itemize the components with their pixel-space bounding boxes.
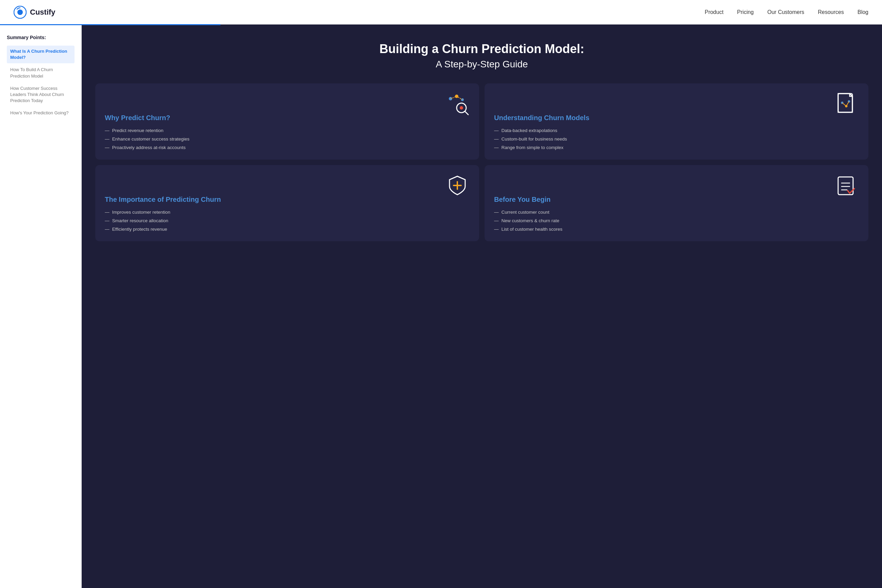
card-why-predict: Why Predict Churn? Predict revenue reten… [95, 83, 479, 160]
search-dots-icon [444, 90, 471, 117]
nav-resources[interactable]: Resources [818, 9, 843, 15]
svg-point-1 [17, 9, 23, 15]
main-content: Building a Churn Prediction Model: A Ste… [82, 24, 882, 588]
shield-icon [444, 172, 471, 199]
nav-blog[interactable]: Blog [858, 9, 868, 15]
list-item: Range from simple to complex [494, 145, 859, 150]
card-why-predict-title: Why Predict Churn? [105, 114, 470, 122]
logo-text: Custify [30, 8, 56, 16]
main-nav: Product Pricing Our Customers Resources … [705, 9, 868, 15]
list-item: Custom-built for business needs [494, 136, 859, 141]
card-before-begin-title: Before You Begin [494, 196, 859, 204]
list-item: Data-backed extrapolations [494, 128, 859, 133]
card-before-begin-list: Current customer count New customers & c… [494, 210, 859, 232]
list-item: Efficiently protects revenue [105, 226, 470, 232]
checklist-icon [833, 172, 860, 199]
list-item: Predict revenue retention [105, 128, 470, 133]
card-importance: The Importance of Predicting Churn Impro… [95, 165, 479, 241]
summary-title: Summary Points: [7, 35, 75, 40]
infographic-heading-line1: Building a Churn Prediction Model: [95, 42, 868, 56]
sidebar-item-cs-leaders[interactable]: How Customer Success Leaders Think About… [7, 82, 75, 107]
list-item: Current customer count [494, 210, 859, 215]
svg-line-7 [465, 111, 468, 115]
nav-pricing[interactable]: Pricing [737, 9, 754, 15]
card-importance-list: Improves customer retention Smarter reso… [105, 210, 470, 232]
list-item: Smarter resource allocation [105, 218, 470, 223]
infographic-title: Building a Churn Prediction Model: A Ste… [95, 42, 868, 70]
logo[interactable]: Custify [14, 6, 56, 19]
sidebar-item-prediction-going[interactable]: How's Your Prediction Going? [7, 107, 75, 119]
page-layout: Summary Points: What Is A Churn Predicti… [0, 24, 882, 588]
infographic-heading-line2: A Step-by-Step Guide [95, 59, 868, 70]
document-icon [833, 90, 860, 117]
list-item: List of customer health scores [494, 226, 859, 232]
sidebar-nav: What Is A Churn Prediction Model? How To… [7, 46, 75, 119]
nav-our-customers[interactable]: Our Customers [767, 9, 804, 15]
cards-grid: Why Predict Churn? Predict revenue reten… [95, 83, 868, 241]
svg-point-6 [460, 106, 463, 110]
card-before-begin: Before You Begin Current customer count … [484, 165, 868, 241]
card-importance-title: The Importance of Predicting Churn [105, 196, 470, 204]
header: Custify Product Pricing Our Customers Re… [0, 0, 882, 24]
list-item: New customers & churn rate [494, 218, 859, 223]
nav-product[interactable]: Product [705, 9, 723, 15]
sidebar-item-what-is[interactable]: What Is A Churn Prediction Model? [7, 46, 75, 63]
sidebar-item-how-to-build[interactable]: How To Build A Churn Prediction Model [7, 64, 75, 82]
list-item: Improves customer retention [105, 210, 470, 215]
sidebar: Summary Points: What Is A Churn Predicti… [0, 24, 82, 588]
card-understanding-title: Understanding Churn Models [494, 114, 859, 122]
list-item: Enhance customer success strategies [105, 136, 470, 141]
card-understanding-list: Data-backed extrapolations Custom-built … [494, 128, 859, 150]
list-item: Proactively address at-risk accounts [105, 145, 470, 150]
card-why-predict-list: Predict revenue retention Enhance custom… [105, 128, 470, 150]
card-understanding-models: Understanding Churn Models Data-backed e… [484, 83, 868, 160]
